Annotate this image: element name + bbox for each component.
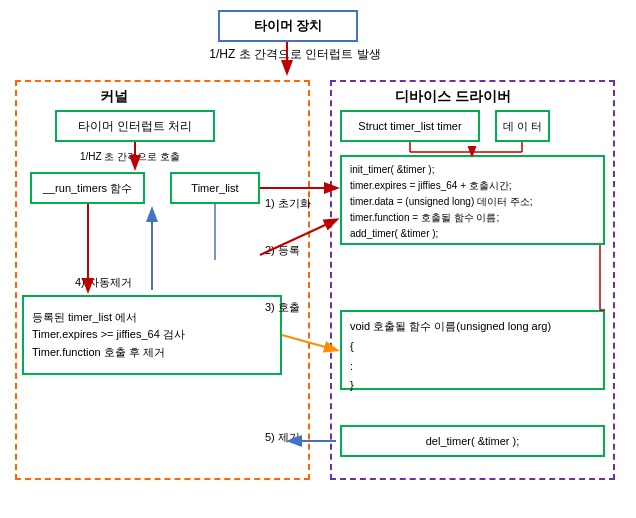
init-line1: init_timer( &timer ); xyxy=(350,162,595,178)
struct-timer-box: Struct timer_list timer xyxy=(340,110,480,142)
call-text: 1/HZ 초 간격으로 호출 xyxy=(80,150,180,164)
label-3: 3) 호출 xyxy=(265,300,300,315)
label-2: 2) 등록 xyxy=(265,243,300,258)
init-line5: add_timer( &timer ); xyxy=(350,226,595,242)
label-1: 1) 초기화 xyxy=(265,196,311,211)
registered-box: 등록된 timer_list 에서 Timer.expires >= jiffi… xyxy=(22,295,282,375)
timer-interrupt-label: 타이머 인터럽트 처리 xyxy=(78,118,193,135)
del-timer-box: del_timer( &timer ); xyxy=(340,425,605,457)
void-line4: } xyxy=(350,376,595,396)
interrupt-text: 1/HZ 초 간격으로 인터럽트 발생 xyxy=(120,46,470,63)
data-label: 데 이 터 xyxy=(503,119,542,134)
struct-timer-label: Struct timer_list timer xyxy=(358,120,461,132)
timer-interrupt-box: 타이머 인터럽트 처리 xyxy=(55,110,215,142)
run-timers-box: __run_timers 함수 xyxy=(30,172,145,204)
void-line3: : xyxy=(350,357,595,377)
timer-device-label: 타이머 장치 xyxy=(254,17,323,35)
driver-title: 디바이스 드라이버 xyxy=(395,88,511,106)
init-line2: timer.expires = jiffies_64 + 호출시간; xyxy=(350,178,595,194)
kernel-title: 커널 xyxy=(100,88,128,106)
del-timer-label: del_timer( &timer ); xyxy=(426,435,520,447)
init-line4: timer.function = 호출될 함수 이름; xyxy=(350,210,595,226)
timer-device-box: 타이머 장치 xyxy=(218,10,358,42)
diagram-container: 타이머 장치 1/HZ 초 간격으로 인터럽트 발생 커널 타이머 인터럽트 처… xyxy=(0,0,636,518)
label-4: 4) 자동제거 xyxy=(75,275,132,290)
void-line2: { xyxy=(350,337,595,357)
registered-line2: Timer.expires >= jiffies_64 검사 xyxy=(32,326,272,344)
timer-list-label: Timer_list xyxy=(191,182,238,194)
label-5: 5) 제거 xyxy=(265,430,300,445)
registered-line3: Timer.function 호출 후 제거 xyxy=(32,344,272,362)
init-timer-box: init_timer( &timer ); timer.expires = ji… xyxy=(340,155,605,245)
timer-list-box: Timer_list xyxy=(170,172,260,204)
registered-line1: 등록된 timer_list 에서 xyxy=(32,309,272,327)
void-line1: void 호출될 함수 이름(unsigned long arg) xyxy=(350,317,595,337)
void-box: void 호출될 함수 이름(unsigned long arg) { : } xyxy=(340,310,605,390)
data-box: 데 이 터 xyxy=(495,110,550,142)
run-timers-label: __run_timers 함수 xyxy=(43,181,132,196)
init-line3: timer.data = (unsigned long) 데이터 주소; xyxy=(350,194,595,210)
